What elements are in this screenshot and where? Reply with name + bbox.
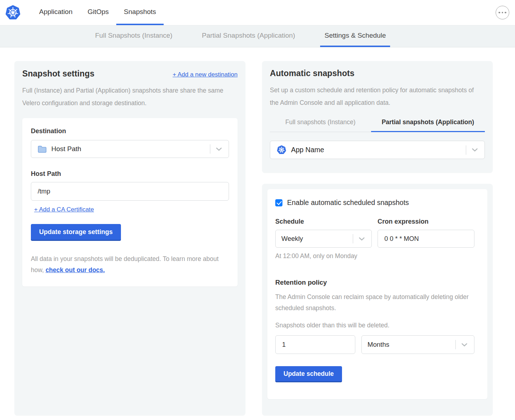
update-schedule-button[interactable]: Update schedule (275, 366, 342, 381)
ellipsis-menu-icon[interactable] (496, 6, 509, 19)
tab-partial-snapshots-application[interactable]: Partial snapshots (Application) (371, 118, 485, 132)
automatic-snapshots-card: Automatic snapshots Set up a custom sche… (262, 61, 493, 173)
top-navbar: Application GitOps Snapshots (0, 0, 515, 25)
select-divider (466, 145, 466, 155)
docs-link[interactable]: check out our docs. (46, 266, 105, 274)
folder-icon (38, 145, 47, 153)
snapshots-subnav: Full Snapshots (Instance) Partial Snapsh… (0, 25, 515, 47)
cron-expression-input[interactable] (378, 230, 474, 248)
tab-settings-schedule[interactable]: Settings & Schedule (320, 25, 390, 47)
cron-readable-text: At 12:00 AM, only on Monday (275, 252, 479, 260)
chevron-down-icon (461, 343, 468, 347)
snapshot-settings-description: Full (Instance) and Partial (Application… (22, 84, 234, 109)
add-new-destination-link[interactable]: + Add a new destination (173, 71, 238, 78)
update-storage-settings-button[interactable]: Update storage settings (31, 224, 121, 240)
enable-scheduled-snapshots-checkbox[interactable] (275, 199, 282, 206)
select-divider (455, 340, 456, 349)
schedule-label: Schedule (275, 218, 372, 225)
storage-settings-panel: Destination Host Path Ho (22, 118, 238, 286)
destination-label: Destination (31, 127, 229, 135)
schedule-retention-card: Enable automatic scheduled snapshots Sch… (262, 184, 493, 416)
retention-policy-description: The Admin Console can reclaim space by a… (275, 291, 471, 314)
dedupe-note: All data in your snapshots will be dedup… (31, 253, 229, 276)
app-select-value: App Name (291, 146, 324, 154)
retention-hint: Snapshots older than this will be delete… (275, 322, 479, 329)
tab-full-snapshots[interactable]: Full Snapshots (Instance) (91, 25, 177, 47)
tab-partial-snapshots[interactable]: Partial Snapshots (Application) (197, 25, 299, 47)
kubernetes-icon (277, 145, 286, 155)
automatic-snapshots-title: Automatic snapshots (270, 69, 485, 78)
app-select[interactable]: App Name (270, 141, 485, 159)
destination-select[interactable]: Host Path (31, 140, 229, 158)
retention-unit-value: Months (367, 341, 389, 349)
host-path-input[interactable] (31, 182, 229, 201)
add-ca-certificate-link[interactable]: + Add a CA Certificate (34, 206, 94, 213)
retention-amount-input[interactable] (275, 335, 355, 354)
select-divider (353, 234, 353, 243)
automatic-snapshots-description: Set up a custom schedule and retention p… (270, 84, 482, 109)
retention-unit-select[interactable]: Months (361, 335, 474, 354)
host-path-label: Host Path (31, 170, 229, 178)
schedule-retention-panel: Enable automatic scheduled snapshots Sch… (267, 189, 487, 399)
schedule-select-value: Weekly (281, 235, 303, 243)
chevron-down-icon (472, 148, 478, 152)
chevron-down-icon (216, 147, 222, 151)
snapshot-settings-title: Snapshot settings (22, 69, 94, 79)
nav-item-gitops[interactable]: GitOps (80, 0, 116, 25)
main-nav: Application GitOps Snapshots (32, 0, 164, 25)
snapshot-type-tabs: Full snapshots (Instance) Partial snapsh… (270, 118, 485, 132)
kubernetes-logo-icon (5, 5, 21, 20)
chevron-down-icon (359, 237, 365, 241)
select-divider (210, 144, 210, 154)
schedule-select[interactable]: Weekly (275, 230, 372, 248)
destination-select-value: Host Path (51, 145, 81, 153)
snapshot-settings-card: Snapshot settings + Add a new destinatio… (14, 61, 245, 416)
cron-expression-label: Cron expression (378, 218, 474, 225)
retention-policy-title: Retention policy (275, 279, 479, 286)
nav-item-snapshots[interactable]: Snapshots (116, 0, 164, 25)
enable-scheduled-snapshots-label: Enable automatic scheduled snapshots (287, 199, 409, 207)
nav-item-application[interactable]: Application (32, 0, 80, 25)
tab-full-snapshots-instance[interactable]: Full snapshots (Instance) (270, 118, 371, 132)
